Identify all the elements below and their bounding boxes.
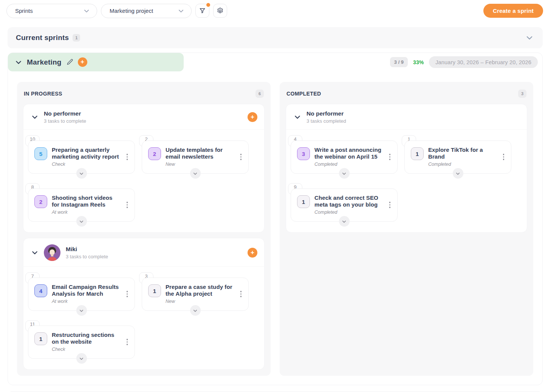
task-card[interactable]: 2 Update templates for email newsletters… [142, 140, 249, 174]
chevron-down-icon [341, 171, 347, 176]
task-grid: 10 5 Preparing a quarterly marketing act… [23, 130, 264, 232]
current-sprints-count: 1 [73, 34, 80, 42]
kebab-menu-icon[interactable] [501, 152, 507, 162]
column-groups: No performer 3 tasks completed 4 3 Write… [286, 104, 527, 233]
task-expand-button[interactable] [190, 168, 201, 179]
task-status: New [166, 162, 234, 167]
task-card[interactable]: 5 Preparing a quarterly marketing activi… [28, 140, 135, 174]
kebab-menu-icon[interactable] [238, 289, 244, 299]
sprints-page: Sprints Marketing project Create a sprin… [0, 0, 548, 392]
create-sprint-button[interactable]: Create a sprint [483, 4, 543, 18]
funnel-icon [199, 7, 206, 14]
group-collapse-button[interactable] [31, 113, 39, 121]
kebab-menu-icon[interactable] [124, 152, 130, 162]
task-title: Preparing a quarterly marketing activity… [52, 147, 120, 161]
chevron-down-icon [192, 171, 198, 176]
kebab-menu-icon[interactable] [238, 152, 244, 162]
sprint-title-area: Marketing [8, 53, 184, 71]
column-title: COMPLETED [286, 91, 321, 97]
task-card[interactable]: 1 Restructuring sections on the website … [28, 326, 135, 359]
task-status: At work [52, 299, 120, 304]
group-collapse-button[interactable] [31, 249, 39, 256]
settings-button[interactable] [213, 4, 227, 18]
kebab-menu-icon[interactable] [124, 200, 130, 210]
task-expand-button[interactable] [339, 168, 350, 179]
add-task-button[interactable] [248, 112, 257, 122]
task-grid: 7 4 Email Campaign Results Analysis for … [23, 267, 264, 369]
task-expand-button[interactable] [453, 168, 463, 179]
task-card[interactable]: 2 Shooting short videos for Instagram Re… [28, 188, 135, 222]
task-card[interactable]: 1 Prepare a case study for the Alpha pro… [142, 278, 249, 311]
performer-group-header: No performer 3 tasks completed [286, 104, 527, 130]
task-expand-button[interactable] [339, 216, 350, 227]
sprint-board: IN PROGRESS 6 No performer 3 tasks to co… [8, 82, 542, 376]
view-select[interactable]: Sprints [6, 4, 97, 18]
story-points-chip: 1 [148, 284, 161, 297]
sprint-header: Marketing 3 / 9 33% January 30, 2026 – F… [8, 53, 542, 71]
task-title: Email Campaign Results Analysis for Marc… [52, 284, 120, 298]
task-expand-button[interactable] [76, 168, 87, 179]
task-cell: 4 3 Write a post announcing the webinar … [291, 140, 398, 174]
add-task-to-sprint-button[interactable] [78, 57, 87, 67]
chevron-down-icon [15, 59, 22, 66]
chevron-down-icon [79, 171, 84, 176]
chevron-down-icon[interactable] [525, 34, 534, 42]
performer-task-summary: 3 tasks to complete [44, 118, 86, 124]
edit-sprint-button[interactable] [66, 59, 73, 66]
story-points-chip: 4 [34, 284, 47, 297]
performer-name: No performer [44, 110, 86, 117]
sprint-name: Marketing [27, 58, 62, 66]
column-completed: COMPLETED 3 No performer 3 tasks complet… [280, 82, 533, 376]
kebab-menu-icon[interactable] [124, 289, 130, 299]
column-count-badge: 6 [255, 90, 264, 98]
view-select-value: Sprints [15, 8, 33, 14]
task-card[interactable]: 1 Check and correct SEO meta tags on you… [291, 188, 398, 222]
kebab-menu-icon[interactable] [124, 337, 130, 347]
kebab-menu-icon[interactable] [387, 200, 393, 210]
chevron-down-icon [192, 308, 198, 313]
group-miki: Miki 3 tasks to complete 7 4 Email Campa… [23, 238, 265, 370]
project-select[interactable]: Marketing project [101, 4, 192, 18]
current-sprints-bar[interactable]: Current sprints 1 [8, 27, 543, 48]
group-collapse-button[interactable] [294, 113, 301, 121]
task-cell: 7 4 Email Campaign Results Analysis for … [28, 278, 135, 311]
sprint-progress-ratio: 3 / 9 [390, 57, 408, 67]
toolbar: Sprints Marketing project Create a sprin… [0, 0, 548, 19]
sprint-collapse-button[interactable] [15, 59, 22, 66]
group-labels: No performer 3 tasks completed [307, 110, 346, 124]
gear-icon [217, 7, 224, 14]
task-text: Email Campaign Results Analysis for Marc… [52, 284, 120, 304]
task-title: Update templates for email newsletters [166, 147, 234, 161]
story-points-chip: 1 [297, 195, 310, 208]
project-select-value: Marketing project [110, 8, 153, 14]
task-cell: 1 1 Explore TikTok for a Brand Completed [404, 140, 511, 174]
chevron-down-icon [79, 308, 84, 313]
task-expand-button[interactable] [76, 216, 87, 227]
task-expand-button[interactable] [76, 353, 87, 364]
task-status: At work [52, 210, 120, 215]
task-text: Restructuring sections on the website Ch… [52, 332, 120, 352]
filter-button[interactable] [195, 4, 209, 18]
group-no-performer: No performer 3 tasks completed 4 3 Write… [286, 104, 527, 233]
task-card[interactable]: 3 Write a post announcing the webinar on… [291, 140, 398, 174]
task-expand-button[interactable] [76, 305, 87, 316]
performer-task-summary: 3 tasks to complete [66, 254, 108, 259]
task-card[interactable]: 1 Explore TikTok for a Brand Completed [404, 140, 511, 174]
performer-group-header: No performer 3 tasks to complete [23, 104, 264, 130]
kebab-menu-icon[interactable] [387, 152, 393, 162]
task-card[interactable]: 4 Email Campaign Results Analysis for Ma… [28, 278, 135, 311]
add-task-button[interactable] [248, 248, 257, 258]
task-grid: 4 3 Write a post announcing the webinar … [286, 130, 527, 232]
task-expand-button[interactable] [190, 305, 201, 316]
task-status: Completed [428, 162, 496, 167]
pencil-icon [66, 59, 73, 66]
column-header: COMPLETED 3 [286, 87, 527, 100]
performer-task-summary: 3 tasks completed [307, 118, 346, 124]
sprint-marketing: Marketing 3 / 9 33% January 30, 2026 – F… [8, 52, 543, 385]
sprint-progress-percent: 33% [413, 59, 424, 65]
task-status: Completed [314, 210, 382, 215]
story-points-chip: 2 [34, 195, 47, 208]
chevron-down-icon [294, 113, 301, 121]
task-title: Prepare a case study for the Alpha proje… [166, 284, 234, 298]
task-cell: 8 2 Shooting short videos for Instagram … [28, 188, 135, 222]
